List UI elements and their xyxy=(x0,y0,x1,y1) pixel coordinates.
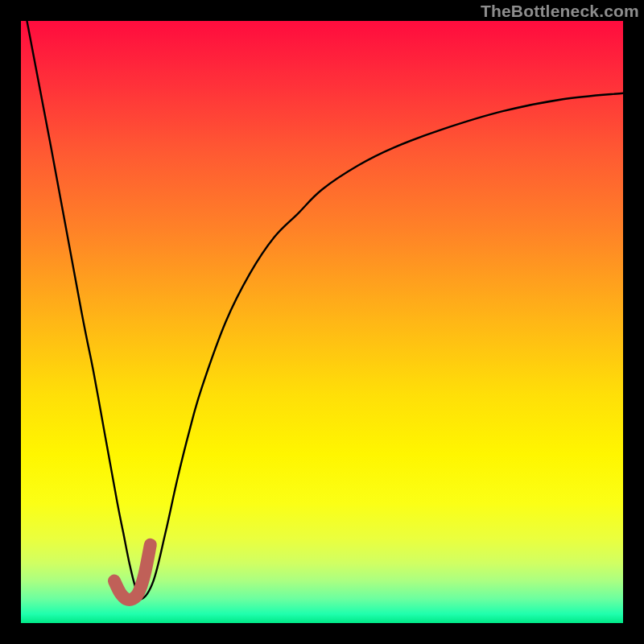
outer-frame: TheBottleneck.com xyxy=(0,0,644,644)
watermark-text: TheBottleneck.com xyxy=(481,2,639,21)
plot-area xyxy=(21,21,623,623)
gradient-background xyxy=(21,21,623,623)
chart-svg xyxy=(21,21,623,623)
